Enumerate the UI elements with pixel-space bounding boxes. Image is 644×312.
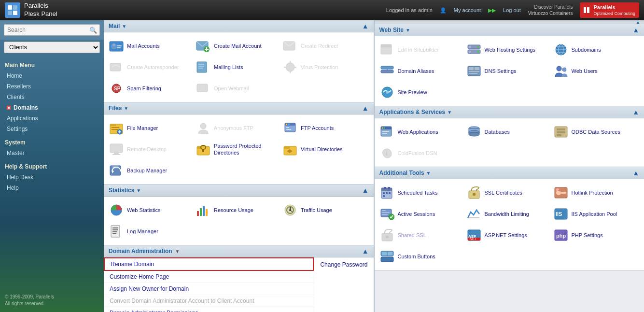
sidebar-item-applications[interactable]: Applications: [0, 113, 104, 124]
sidebar-item-clients[interactable]: Clients: [0, 92, 104, 102]
traffic-usage-item[interactable]: Traffic Usage: [278, 199, 364, 221]
svg-rect-108: [557, 131, 565, 133]
svg-rect-0: [8, 5, 12, 10]
create-mail-item[interactable]: Create Mail Account: [191, 35, 278, 57]
scroll-up-icon[interactable]: ▲: [636, 20, 640, 25]
search-icon: 🔍: [89, 27, 97, 34]
user-icon: 👤: [440, 7, 447, 14]
create-autoresponder-item: Create Autoresponder: [104, 57, 191, 78]
change-password-item[interactable]: Change Password: [314, 257, 373, 312]
sitebuilder-label: Edit in Sitebuilder: [398, 46, 439, 53]
password-dir-item[interactable]: Password Protected Directories: [191, 139, 278, 160]
domain-admin-header[interactable]: Domain Administration ▼ ▲: [104, 245, 374, 257]
sidebar-item-help[interactable]: Help: [0, 183, 104, 193]
ssl-icon: [466, 185, 482, 200]
domain-aliases-item[interactable]: Domain Aliases: [375, 60, 462, 82]
databases-item[interactable]: Databases: [462, 121, 548, 142]
additional-tools-header[interactable]: Additional Tools ▼ ▲: [375, 167, 644, 179]
rename-domain-item[interactable]: Rename Domain: [104, 257, 314, 271]
statistics-section-header[interactable]: Statistics ▼ ▲: [104, 184, 374, 197]
active-sessions-icon: [379, 206, 395, 222]
my-account-link[interactable]: My account: [454, 7, 481, 13]
file-manager-item[interactable]: File Manager: [104, 117, 191, 139]
log-out-link[interactable]: Log out: [503, 7, 521, 13]
php-label: PHP Settings: [572, 232, 603, 239]
svg-rect-43: [110, 144, 123, 153]
aspnet-item[interactable]: ASP .NET ASP.NET Settings: [462, 225, 548, 246]
sidebar-item-domains[interactable]: Domains: [0, 102, 104, 113]
subdomains-item[interactable]: Subdomains: [548, 39, 635, 60]
files-section-header[interactable]: Files ▼ ▲: [104, 102, 374, 114]
files-section-items: File Manager Anonymous FTP: [104, 114, 374, 184]
ftp-accounts-icon: [282, 120, 298, 136]
spam-filtering-item[interactable]: SP Spam Filtering: [104, 78, 191, 99]
site-preview-label: Site Preview: [398, 89, 427, 96]
domain-admin-collapse-btn[interactable]: ▲: [362, 248, 369, 255]
backup-manager-item[interactable]: Backup Manager: [104, 160, 191, 181]
traffic-icon: [282, 202, 298, 218]
sidebar-item-helpdesk[interactable]: Help Desk: [0, 172, 104, 183]
client-selector[interactable]: Clients: [4, 42, 100, 53]
svg-rect-85: [381, 70, 393, 73]
php-settings-item[interactable]: php PHP Settings: [548, 225, 635, 246]
help-label: Help & Support: [0, 158, 104, 172]
resource-usage-item[interactable]: Resource Usage: [191, 199, 278, 221]
website-collapse-btn[interactable]: ▲: [632, 27, 639, 33]
apps-collapse-btn[interactable]: ▲: [632, 109, 639, 115]
active-sessions-item[interactable]: Active Sessions: [375, 203, 462, 225]
mailing-lists-item[interactable]: Mailing Lists: [191, 57, 278, 78]
web-hosting-item[interactable]: Web Hosting Settings: [462, 39, 548, 60]
customize-homepage-item[interactable]: Customize Home Page: [104, 271, 314, 283]
ftp-accounts-item[interactable]: FTP Accounts: [278, 117, 364, 139]
main-menu-label: Main Menu: [0, 57, 104, 71]
svg-rect-128: [382, 214, 388, 215]
odbc-label: ODBC Data Sources: [572, 128, 620, 135]
web-site-section-header[interactable]: Web Site ▼ ▲: [375, 24, 644, 36]
web-users-item[interactable]: Web Users: [548, 60, 635, 82]
create-mail-icon: [196, 38, 211, 54]
site-preview-item[interactable]: Site Preview: [375, 82, 462, 103]
apps-section-header[interactable]: Applications & Services ▼ ▲: [375, 106, 644, 118]
sidebar-item-settings[interactable]: Settings: [0, 124, 104, 134]
sitebuilder-icon: [379, 42, 395, 57]
svg-rect-88: [475, 67, 479, 70]
remote-desktop-label: Remote Desktop: [127, 146, 167, 153]
hotlink-item[interactable]: Hotlink Protection: [548, 182, 635, 203]
files-collapse-btn[interactable]: ▲: [362, 105, 369, 112]
sidebar-item-label: Domains: [14, 104, 38, 111]
dns-settings-item[interactable]: DNS Settings: [462, 60, 548, 82]
sidebar-item-home[interactable]: Home: [0, 71, 104, 81]
bandwidth-item[interactable]: Bandwidth Limiting: [462, 203, 548, 225]
log-manager-item[interactable]: Log Manager: [104, 221, 191, 242]
password-dir-icon: [196, 142, 211, 157]
mail-collapse-btn[interactable]: ▲: [362, 23, 369, 29]
svg-point-97: [381, 128, 383, 129]
svg-rect-51: [284, 146, 290, 149]
mail-accounts-item[interactable]: Mail Accounts: [104, 35, 191, 57]
additional-arrow-icon: ▼: [426, 170, 431, 176]
sidebar-select-area: Clients: [0, 40, 104, 57]
scheduled-tasks-item[interactable]: Scheduled Tasks: [375, 182, 462, 203]
svg-text:IIS: IIS: [556, 211, 562, 217]
file-manager-icon: [109, 120, 124, 136]
additional-collapse-btn[interactable]: ▲: [632, 170, 639, 176]
svg-rect-20: [198, 68, 203, 69]
web-site-section-items: Edit in Sitebuilder: [375, 36, 644, 106]
web-statistics-item[interactable]: Web Statistics: [104, 199, 191, 221]
odbc-item[interactable]: ODBC Data Sources: [548, 121, 635, 142]
custom-buttons-item[interactable]: Custom Buttons: [375, 246, 462, 267]
sidebar-item-master[interactable]: Master: [0, 148, 104, 158]
virtual-dir-item[interactable]: Virtual Directories: [278, 139, 364, 160]
svg-point-92: [562, 68, 566, 71]
web-apps-item[interactable]: Web Applications: [375, 121, 462, 142]
iis-item[interactable]: IIS IIS Application Pool: [548, 203, 635, 225]
search-input[interactable]: [4, 24, 100, 36]
svg-rect-28: [197, 84, 208, 92]
assign-new-owner-item[interactable]: Assign New Owner for Domain: [104, 283, 314, 295]
sidebar-item-resellers[interactable]: Resellers: [0, 81, 104, 92]
svg-rect-57: [197, 211, 199, 216]
domain-admin-permissions-item[interactable]: Domain Administrator Permissions: [104, 307, 314, 312]
ssl-certs-item[interactable]: SSL Certificates: [462, 182, 548, 203]
mail-section-header[interactable]: Mail ▼ ▲: [104, 20, 374, 32]
stats-collapse-btn[interactable]: ▲: [362, 187, 369, 194]
